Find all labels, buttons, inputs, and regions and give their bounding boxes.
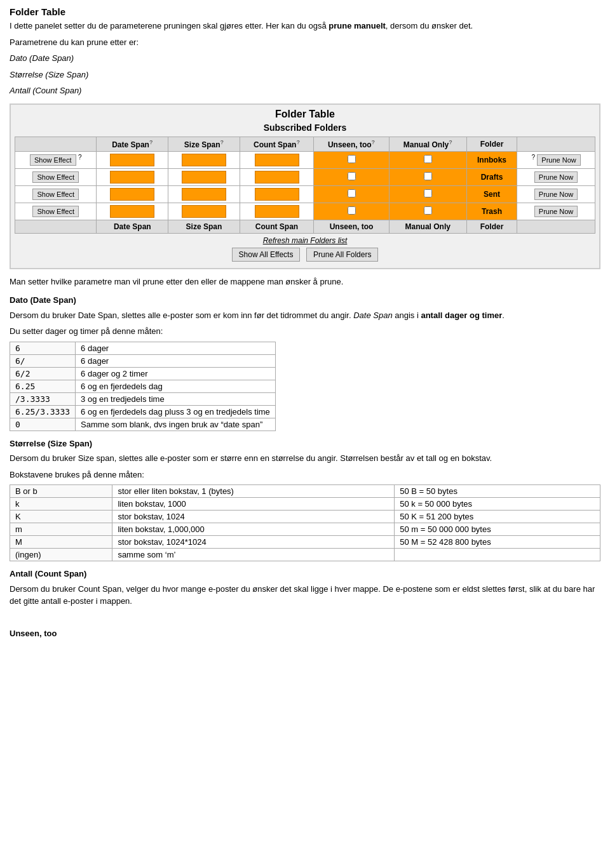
count-input-1[interactable] [255, 154, 299, 166]
date-desc-bold: antall dager og timer [421, 310, 502, 320]
list-item: 0 Samme som blank, dvs ingen bruk av “da… [10, 418, 276, 431]
prune-cell-2: Prune Now [517, 168, 595, 185]
date-row-desc-2: 6 dager og 2 timer [76, 367, 276, 380]
unseen-section-title: Unseen, too [10, 627, 600, 640]
date-row-input-0: 6 [10, 342, 76, 354]
count-section-desc: Dersom du bruker Count Span, velger du h… [10, 583, 600, 608]
unseen-checkbox-cell-4 [314, 203, 389, 220]
footer-date-span: Date Span [97, 220, 168, 233]
header-size-span: Size Span? [168, 137, 240, 151]
size-example-0: 50 B = 50 bytes [395, 485, 600, 498]
list-item: 6.25 6 og en fjerdedels dag [10, 380, 276, 392]
header-actions [517, 137, 595, 151]
footer-size-span: Size Span [168, 220, 240, 233]
show-effect-button-3[interactable]: Show Effect [32, 189, 79, 200]
date-row-input-1: 6/ [10, 354, 76, 367]
prune-all-folders-button[interactable]: Prune All Folders [306, 248, 378, 262]
params-intro: Parametrene du kan prune etter er: [10, 36, 600, 49]
list-item: 6 6 dager [10, 342, 276, 354]
prune-cell-1: ? Prune Now [517, 151, 595, 168]
show-effect-button-4[interactable]: Show Effect [32, 206, 79, 217]
prune-help-1[interactable]: ? [531, 154, 535, 161]
manual-checkbox-4[interactable] [424, 206, 432, 215]
table-header-row: Date Span? Size Span? Count Span? Unseen… [15, 137, 595, 151]
count-span-help[interactable]: ? [296, 139, 300, 145]
prune-cell-3: Prune Now [517, 185, 595, 203]
list-item: 6.25/3.3333 6 og en fjerdedels dag pluss… [10, 405, 276, 418]
header-date-span: Date Span? [97, 137, 168, 151]
intro-bold: prune manuelt [329, 21, 386, 30]
size-example-4: 50 M = 52 428 800 bytes [395, 536, 600, 549]
manual-checkbox-3[interactable] [424, 189, 432, 197]
intro-text-2: , dersom du ønsker det. [386, 21, 473, 30]
date-span-help[interactable]: ? [149, 139, 153, 145]
date-row-desc-3: 6 og en fjerdedels dag [76, 380, 276, 392]
count-input-3[interactable] [255, 188, 299, 201]
size-input-cell-4 [168, 203, 240, 220]
size-table-intro: Bokstavene brukes på denne måten: [10, 469, 600, 481]
table-row: Show Effect Trash Prune Now [15, 203, 595, 220]
count-input-2[interactable] [255, 171, 299, 184]
unseen-help[interactable]: ? [372, 139, 376, 145]
show-all-effects-button[interactable]: Show All Effects [232, 248, 301, 262]
size-input-2[interactable] [182, 171, 226, 184]
folder-panel: Folder Table Subscribed Folders Date Spa… [10, 103, 600, 269]
list-item: B or b stor eller liten bokstav, 1 (byte… [10, 485, 600, 498]
size-input-1[interactable] [182, 154, 226, 166]
count-input-4[interactable] [255, 205, 299, 218]
panel-subtitle: Subscribed Folders [15, 123, 595, 133]
folder-name-2: Drafts [466, 168, 517, 185]
intro-text-1: I dette panelet setter du de parameteren… [10, 21, 329, 30]
prune-now-button-3[interactable]: Prune Now [534, 189, 578, 200]
header-folder: Folder [466, 137, 517, 151]
date-input-2[interactable] [110, 171, 154, 184]
manual-help[interactable]: ? [449, 139, 452, 145]
size-span-help[interactable]: ? [220, 139, 224, 145]
intro-paragraph: I dette panelet setter du de parameteren… [10, 20, 600, 32]
prune-now-button-2[interactable]: Prune Now [534, 171, 578, 183]
footer-actions [517, 220, 595, 233]
manual-checkbox-cell-1 [389, 151, 466, 168]
date-row-input-4: /3.3333 [10, 392, 76, 405]
date-row-desc-0: 6 dager [76, 342, 276, 354]
size-input-cell-3 [168, 185, 240, 203]
count-input-cell-1 [240, 151, 314, 168]
size-key-2: K [10, 511, 112, 523]
date-input-3[interactable] [110, 188, 154, 201]
date-row-desc-1: 6 dager [76, 354, 276, 367]
show-effect-button-1[interactable]: Show Effect [30, 154, 76, 166]
size-desc-0: stor eller liten bokstav, 1 (bytes) [112, 485, 395, 498]
show-effect-cell-1: Show Effect ? [15, 151, 97, 168]
size-section-desc: Dersom du bruker Size span, slettes alle… [10, 452, 600, 465]
size-example-2: 50 K = 51 200 bytes [395, 511, 600, 523]
prune-now-button-1[interactable]: Prune Now [537, 154, 580, 166]
panel-title: Folder Table [15, 109, 595, 120]
manual-checkbox-1[interactable] [424, 155, 432, 163]
folder-name-4: Trash [466, 203, 517, 220]
manual-checkbox-2[interactable] [424, 172, 432, 180]
header-empty [15, 137, 97, 151]
size-input-3[interactable] [182, 188, 226, 201]
folder-name-3: Sent [466, 185, 517, 203]
folder-table: Date Span? Size Span? Count Span? Unseen… [15, 137, 595, 234]
date-input-4[interactable] [110, 205, 154, 218]
refresh-folders-link[interactable]: Refresh main Folders list [15, 236, 595, 245]
unseen-checkbox-1[interactable] [348, 155, 356, 163]
bottom-buttons: Show All Effects Prune All Folders [15, 248, 595, 262]
prune-now-button-4[interactable]: Prune Now [534, 206, 578, 217]
unseen-checkbox-cell-3 [314, 185, 389, 203]
show-effect-help-1[interactable]: ? [78, 154, 82, 161]
unseen-checkbox-2[interactable] [348, 172, 356, 180]
unseen-checkbox-4[interactable] [348, 206, 356, 215]
list-item: 6/2 6 dager og 2 timer [10, 367, 276, 380]
show-effect-button-2[interactable]: Show Effect [32, 171, 79, 183]
unseen-checkbox-3[interactable] [348, 189, 356, 197]
date-row-desc-4: 3 og en tredjedels time [76, 392, 276, 405]
size-input-4[interactable] [182, 205, 226, 218]
date-input-1[interactable] [110, 154, 154, 166]
count-input-cell-2 [240, 168, 314, 185]
show-effect-cell-4: Show Effect [15, 203, 97, 220]
list-item: /3.3333 3 og en tredjedels time [10, 392, 276, 405]
size-desc-2: stor bokstav, 1024 [112, 511, 395, 523]
footer-unseen: Unseen, too [314, 220, 389, 233]
